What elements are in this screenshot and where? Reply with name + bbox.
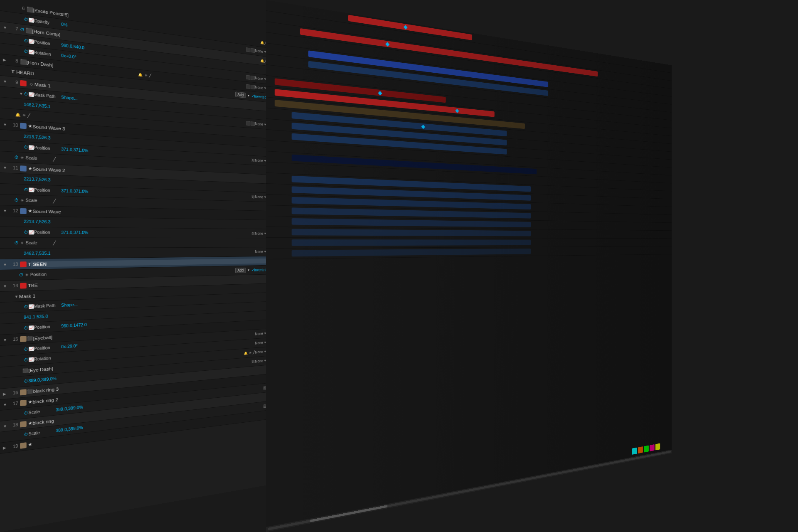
- prop-label: Scale: [28, 429, 56, 436]
- layer-color: [20, 389, 27, 395]
- stopwatch-icon: ⏱: [24, 187, 28, 192]
- add-button[interactable]: Add: [235, 268, 246, 273]
- expand-arrow[interactable]: ▼: [3, 122, 7, 127]
- stopwatch-icon: ⏱: [24, 357, 28, 362]
- stopwatch-icon: ⏱: [20, 27, 25, 32]
- expand-arrow[interactable]: ▶: [3, 392, 7, 396]
- graph-icon: 📈: [28, 187, 34, 192]
- audio-icon: 🔔: [260, 58, 264, 63]
- prop-label: Position: [34, 230, 62, 235]
- add-dropdown[interactable]: ▼: [247, 268, 250, 272]
- prop-value[interactable]: 2213.7,526.3: [24, 177, 69, 183]
- shape-value[interactable]: Shape...: [61, 303, 78, 308]
- layer-number: 19: [7, 444, 18, 450]
- none-dropdown[interactable]: None ▼: [255, 158, 266, 163]
- prop-label: Scale: [28, 408, 56, 415]
- none-dropdown[interactable]: None ▼: [255, 195, 266, 199]
- expand-arrow[interactable]: ▼: [19, 91, 24, 96]
- prop-value[interactable]: 2462.7,535.1: [24, 251, 69, 256]
- stopwatch-icon: ⏱: [19, 273, 24, 277]
- add-button[interactable]: Add: [235, 91, 246, 98]
- prop-value[interactable]: 371.0,371.0%: [61, 230, 104, 235]
- layer-name: Sound Wave: [32, 209, 266, 217]
- layer-name: SEEN: [31, 259, 266, 267]
- comp-icon: ⬛: [27, 335, 33, 342]
- none-dropdown[interactable]: None ▼: [255, 340, 266, 345]
- none-dropdown[interactable]: None ▼: [255, 350, 266, 354]
- expand-arrow[interactable]: ▼: [3, 284, 7, 288]
- inverted-label: Inverted: [254, 94, 266, 99]
- prop-value[interactable]: 941.1,535.0: [24, 313, 69, 320]
- audio-icon: 🔔: [138, 71, 143, 77]
- expand-arrow[interactable]: ▼: [14, 294, 19, 298]
- graph-icon: 📈: [28, 357, 34, 362]
- prop-value[interactable]: 960.0,1472.0: [61, 322, 104, 328]
- track-bar[interactable]: [292, 229, 531, 236]
- track-bar[interactable]: [292, 249, 531, 256]
- prop-value[interactable]: 0x-29.0°: [61, 342, 104, 349]
- layer-number: [10, 371, 20, 372]
- expand-arrow[interactable]: ▼: [3, 424, 7, 428]
- prop-label: Position: [34, 39, 62, 47]
- chain-icon: ⛓: [251, 158, 255, 163]
- none-dropdown[interactable]: None ▼: [255, 85, 266, 90]
- stopwatch-icon: ⏱: [24, 379, 28, 384]
- none-dropdown[interactable]: None ▼: [255, 359, 266, 364]
- prop-row: ⏱ 📈 Position 371.0,371.0% ⛓ None ▼: [0, 227, 266, 238]
- chain-icon: ⛓: [251, 195, 255, 199]
- layer-number: 18: [7, 422, 18, 428]
- prop-value[interactable]: 2213.7,526.3: [24, 219, 69, 224]
- effects-icon: ✳: [21, 112, 27, 118]
- none-dropdown[interactable]: None ▼: [255, 331, 266, 336]
- layer-color: [20, 421, 27, 427]
- blend-mode: [246, 75, 255, 80]
- effects-icon: ✳: [19, 155, 26, 161]
- prop-label: Rotation: [34, 355, 62, 361]
- none-dropdown[interactable]: None ▼: [255, 250, 266, 254]
- none-dropdown[interactable]: None ▼: [255, 122, 266, 127]
- track-bar[interactable]: [292, 239, 531, 246]
- track-area: [266, 0, 672, 532]
- star-icon: ★: [28, 208, 32, 214]
- graph-icon: 📈: [28, 49, 34, 54]
- prop-label: Position: [34, 324, 62, 330]
- graph-icon: 📈: [28, 230, 34, 234]
- layer-number: 7: [7, 25, 18, 31]
- prop-value[interactable]: 389.0,389.0%: [56, 403, 99, 412]
- expand-arrow[interactable]: ▼: [3, 165, 7, 170]
- graph-icon: 📈: [28, 17, 34, 23]
- comp-icon: ⬛: [20, 59, 27, 65]
- audio-icon: 🔔: [14, 111, 21, 118]
- rotation-label: Rotation: [34, 50, 62, 58]
- stopwatch-icon: ⏱: [24, 38, 28, 43]
- star-icon: ★: [28, 441, 32, 447]
- prop-value[interactable]: 389.0,389.0%: [28, 375, 74, 383]
- none-dropdown[interactable]: None ▼: [255, 232, 266, 235]
- shape-icon: ◇: [28, 81, 34, 87]
- shape-value[interactable]: Shape...: [61, 95, 78, 101]
- expand-arrow[interactable]: ▶: [3, 445, 7, 450]
- layer-number: 8: [7, 58, 18, 64]
- none-dropdown[interactable]: None ▼: [255, 49, 266, 54]
- none-dropdown[interactable]: None ▼: [255, 76, 266, 81]
- text-layer-icon: T: [28, 262, 31, 267]
- expand-arrow[interactable]: ▼: [3, 79, 7, 84]
- prop-value[interactable]: 2213.7,526.3: [24, 134, 69, 142]
- layer-color: [20, 208, 27, 214]
- prop-value[interactable]: 1462.7,535.1: [24, 102, 69, 111]
- expand-arrow[interactable]: ▼: [3, 402, 7, 407]
- graph-icon: 📈: [28, 325, 34, 330]
- add-dropdown[interactable]: ▼: [247, 94, 250, 97]
- expand-arrow[interactable]: ▼: [3, 209, 7, 213]
- swatch: [632, 448, 637, 455]
- expand-arrow[interactable]: ▼: [3, 25, 7, 30]
- expand-arrow[interactable]: ▼: [3, 262, 7, 266]
- stopwatch-icon: ⏱: [24, 230, 28, 234]
- prop-value[interactable]: 371.0,371.0%: [61, 147, 104, 154]
- track-bar[interactable]: [292, 218, 531, 227]
- expand-arrow[interactable]: ▶: [3, 57, 7, 62]
- expand-arrow[interactable]: ▼: [3, 337, 7, 342]
- prop-label: Opacity: [34, 18, 62, 27]
- prop-value[interactable]: 371.0,371.0%: [61, 189, 104, 195]
- comp-icon: ⬛: [27, 388, 33, 394]
